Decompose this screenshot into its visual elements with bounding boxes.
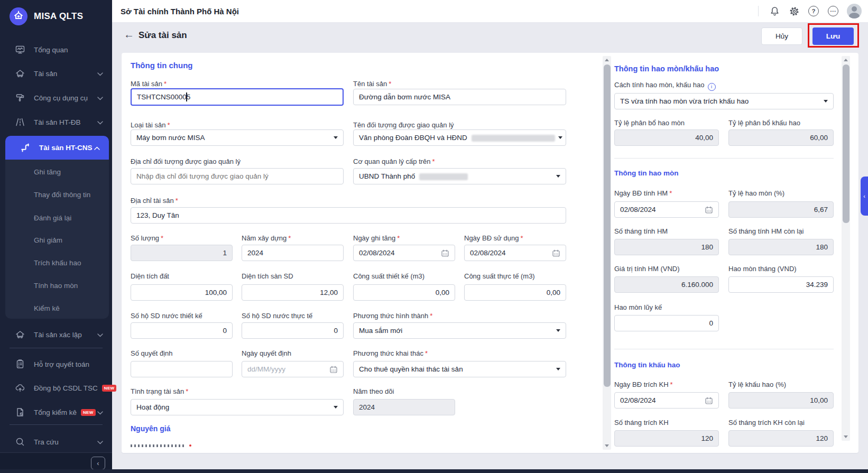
field-label: Số tháng tính HM	[614, 227, 668, 235]
submenu-item-ghi-tang[interactable]: Ghi tăng	[5, 164, 109, 179]
select-caret-icon	[824, 100, 828, 103]
scroll-up-arrow[interactable]	[605, 59, 609, 61]
more-options-icon[interactable]: ⋯	[827, 5, 839, 17]
decision-number-input[interactable]	[131, 361, 233, 377]
form-scrollbar-thumb[interactable]	[604, 64, 611, 387]
panel-scrollbar-thumb[interactable]	[843, 64, 849, 223]
asset-type-select[interactable]: Máy bơm nước MISA	[131, 129, 344, 146]
design-households-input[interactable]	[131, 322, 233, 339]
clipped-label-fragment	[131, 444, 186, 447]
sidebar-item-label: Tài sản HT-CNS	[39, 144, 93, 152]
wear-start-date-input[interactable]: 02/08/2024	[614, 201, 719, 218]
submenu-item-kiem-ke[interactable]: Kiểm kê	[5, 301, 109, 316]
sidebar-item-ho-tro-quyet-toan[interactable]: Hỗ trợ quyết toán	[0, 355, 112, 373]
chevron-down-icon	[97, 94, 103, 102]
edit-asset-card: Thông tin chung Mã tài sản* Tên tài sản*…	[122, 53, 858, 453]
field-label: Tỷ lệ phân bổ hao mòn	[614, 119, 685, 127]
road-icon	[14, 117, 25, 128]
superior-agency-select[interactable]: UBND Thành phố	[353, 168, 566, 184]
submenu-item-trich-khau-hao[interactable]: Trích khấu hao	[5, 255, 109, 270]
settings-gear-icon[interactable]	[788, 5, 800, 17]
monthly-wear-input[interactable]	[728, 276, 834, 293]
sidebar-item-label: Tài sản HT-ĐB	[34, 118, 81, 126]
depreciation-start-date-input[interactable]: 02/08/2024	[614, 392, 719, 409]
construction-year-input[interactable]	[242, 245, 344, 261]
sidebar-item-tong-kiem-ke[interactable]: Tổng kiểm kê NEW	[0, 403, 112, 421]
accumulated-wear-input[interactable]	[614, 315, 719, 331]
user-avatar[interactable]	[847, 4, 862, 18]
sidebar-item-tong-quan[interactable]: Tổng quan	[0, 41, 112, 59]
panel-divider	[614, 349, 834, 349]
content-area: Thông tin chung Mã tài sản* Tên tài sản*…	[112, 50, 868, 473]
notification-bell-icon[interactable]	[769, 5, 780, 17]
topbar-actions: ? ⋯	[758, 0, 862, 22]
scroll-down-arrow[interactable]	[605, 444, 609, 447]
record-date-input[interactable]: 02/08/2024	[353, 245, 455, 261]
actual-capacity-input[interactable]	[464, 284, 566, 301]
scroll-up-arrow[interactable]	[844, 59, 848, 61]
info-icon[interactable]: i	[708, 83, 716, 91]
exploitation-method-select[interactable]: Cho thuê quyền khai thác tài sản	[353, 361, 566, 377]
wear-allocation-rate-field: 40,00	[614, 129, 719, 146]
field-label: Hao mòn tháng (VND)	[728, 265, 797, 273]
asset-name-input[interactable]	[353, 89, 566, 105]
sidebar-item-tai-san-xac-lap[interactable]: Tài sản xác lập	[0, 326, 112, 344]
submenu-item-tinh-hao-mon[interactable]: Tính hao mòn	[5, 278, 109, 293]
formation-method-select[interactable]: Mua sắm mới	[353, 322, 566, 339]
calendar-icon	[329, 365, 338, 374]
managed-object-select[interactable]: Văn phòng Đoàn ĐBQH và HĐND	[353, 129, 566, 146]
overview-icon	[14, 44, 25, 55]
submenu-item-thay-doi-thong-tin[interactable]: Thay đổi thông tin	[5, 187, 109, 202]
submenu-label: Kiểm kê	[34, 304, 60, 312]
field-label: Ngày BĐ trích KH*	[614, 381, 673, 388]
submenu-label: Ghi giảm	[34, 236, 62, 244]
sidebar-item-tai-san-ht-cns[interactable]: Tài sản HT-CNS	[5, 136, 109, 160]
misa-logo-icon	[10, 7, 27, 25]
land-area-input[interactable]	[131, 284, 233, 301]
managed-object-address-input[interactable]	[131, 168, 344, 184]
asset-icon	[14, 68, 25, 79]
decision-date-input[interactable]: dd/MM/yyyy	[242, 361, 344, 377]
chevron-up-icon	[94, 144, 100, 152]
back-arrow-icon[interactable]: ←	[124, 29, 134, 40]
form-scrollbar	[603, 56, 611, 450]
sidebar-collapse-button[interactable]: ‹	[91, 457, 105, 470]
asset-code-input[interactable]	[131, 88, 344, 106]
sidebar-item-cong-cu-dung-cu[interactable]: Công cụ dụng cụ	[0, 89, 112, 107]
submenu-item-danh-gia-lai[interactable]: Đánh giá lại	[5, 210, 109, 225]
calendar-icon	[705, 206, 713, 214]
new-badge: NEW	[81, 409, 96, 416]
chevron-down-icon	[97, 70, 103, 78]
submenu-label: Đánh giá lại	[34, 214, 71, 222]
scroll-down-arrow[interactable]	[844, 435, 848, 438]
redacted-text	[419, 173, 468, 180]
collapse-icon: ‹	[863, 193, 865, 199]
save-button[interactable]: Lưu	[812, 27, 854, 45]
floor-area-input[interactable]	[242, 284, 344, 301]
sidebar-divider	[10, 424, 103, 425]
panel-scrollbar	[842, 56, 850, 441]
depreciation-method-select[interactable]: TS vừa tính hao mòn vừa trích khấu hao	[614, 93, 834, 109]
collapse-icon: ‹	[97, 459, 99, 467]
submenu-item-ghi-giam[interactable]: Ghi giảm	[5, 233, 109, 247]
sidebar-item-tai-san-ht-db[interactable]: Tài sản HT-ĐB	[0, 113, 112, 131]
select-caret-icon	[334, 406, 338, 409]
asset-address-input[interactable]	[131, 207, 566, 224]
usage-start-date-input[interactable]: 02/08/2024	[464, 245, 566, 261]
field-label: Tỷ lệ hao mòn (%)	[728, 189, 784, 197]
field-label: Địa chỉ tài sản*	[131, 197, 178, 205]
document-check-icon	[14, 407, 25, 418]
help-icon[interactable]: ?	[808, 5, 819, 17]
brand-name: MISA QLTS	[34, 11, 83, 22]
actual-households-input[interactable]	[242, 322, 344, 339]
app-logo[interactable]: MISA QLTS	[0, 0, 112, 33]
panel-collapse-tab[interactable]: ‹	[861, 177, 868, 216]
sidebar-item-dong-bo-csdl-tsc[interactable]: Đồng bộ CSDL TSC NEW	[0, 379, 112, 397]
cancel-button[interactable]: Hủy	[761, 27, 802, 45]
redacted-text	[472, 135, 555, 142]
sidebar-item-tra-cuu[interactable]: Tra cứu	[0, 433, 112, 451]
asset-status-select[interactable]: Hoạt động	[131, 399, 344, 415]
design-capacity-input[interactable]	[353, 284, 455, 301]
sidebar-item-tai-san[interactable]: Tài sản	[0, 64, 112, 82]
field-label: Năm xây dựng*	[242, 234, 291, 242]
